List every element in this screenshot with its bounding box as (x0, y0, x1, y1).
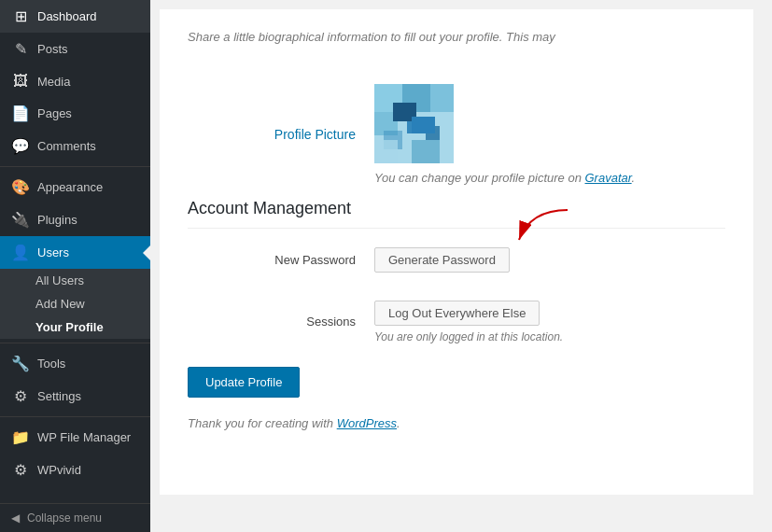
media-icon: 🖼 (11, 73, 30, 90)
plugins-icon: 🔌 (11, 211, 30, 229)
wpvivid-icon: ⚙ (11, 461, 30, 479)
sidebar-item-label: Dashboard (37, 9, 97, 23)
sessions-row: Sessions Log Out Everywhere Else You are… (188, 287, 725, 357)
sidebar-item-comments[interactable]: 💬 Comments (0, 130, 150, 162)
wordpress-link[interactable]: WordPress (337, 416, 397, 430)
users-submenu: All Users Add New Your Profile (0, 269, 150, 339)
sidebar-item-pages[interactable]: 📄 Pages (0, 97, 150, 130)
pages-icon: 📄 (11, 105, 30, 122)
gravatar-link[interactable]: Gravatar (585, 171, 632, 185)
sidebar-item-add-new[interactable]: Add New (0, 292, 150, 315)
sessions-label: Sessions (188, 287, 374, 357)
new-password-row: New Password Generate Password (188, 233, 725, 287)
avatar-container: You can change your profile picture on G… (374, 84, 725, 185)
users-icon: 👤 (11, 244, 30, 261)
generate-password-button[interactable]: Generate Password (374, 247, 510, 273)
new-password-cell: Generate Password (374, 233, 725, 287)
profile-picture-label: Profile Picture (188, 70, 374, 199)
sidebar-item-label: Tools (37, 357, 65, 371)
update-profile-button[interactable]: Update Profile (188, 367, 300, 398)
posts-icon: ✎ (11, 40, 30, 58)
main-content: Share a little biographical information … (150, 0, 772, 532)
new-password-label: New Password (188, 233, 374, 287)
svg-rect-8 (426, 126, 440, 140)
account-management-table: New Password Generate Password (188, 233, 725, 357)
sidebar-item-appearance[interactable]: 🎨 Appearance (0, 171, 150, 203)
sidebar-item-your-profile[interactable]: Your Profile (0, 315, 150, 339)
sidebar-item-label: Comments (37, 139, 96, 153)
sidebar-item-label: WP File Manager (37, 430, 131, 444)
gravatar-text: You can change your profile picture on G… (374, 171, 725, 185)
sidebar-item-label: Users (37, 245, 69, 259)
svg-rect-5 (393, 103, 412, 121)
sidebar-item-settings[interactable]: ⚙ Settings (0, 380, 150, 413)
svg-rect-3 (430, 84, 454, 112)
sidebar-item-dashboard[interactable]: ⊞ Dashboard (0, 0, 150, 33)
collapse-label: Collapse menu (27, 511, 102, 525)
collapse-menu[interactable]: ◀ Collapse menu (0, 503, 150, 532)
sidebar-divider-3 (0, 416, 150, 417)
sidebar-item-label: Plugins (37, 213, 77, 227)
arrow-container: Generate Password (374, 247, 510, 273)
sidebar-item-all-users[interactable]: All Users (0, 269, 150, 292)
sidebar-item-label: Appearance (37, 180, 103, 194)
sidebar-divider-1 (0, 166, 150, 167)
appearance-icon: 🎨 (11, 178, 30, 196)
active-indicator (143, 245, 150, 260)
sidebar-item-label: Media (37, 75, 70, 89)
svg-rect-1 (374, 84, 402, 112)
tools-icon: 🔧 (11, 355, 30, 372)
bio-text: Share a little biographical information … (188, 28, 725, 47)
content-area: Share a little biographical information … (160, 9, 753, 495)
sidebar-item-users[interactable]: 👤 Users (0, 236, 150, 269)
svg-rect-10 (374, 140, 398, 163)
avatar-svg (374, 84, 454, 163)
profile-picture-row: Profile Picture (188, 70, 725, 199)
svg-rect-2 (402, 84, 430, 112)
logout-everywhere-button[interactable]: Log Out Everywhere Else (374, 301, 540, 326)
sidebar-item-tools[interactable]: 🔧 Tools (0, 347, 150, 380)
sidebar-item-wpvivid[interactable]: ⚙ WPvivid (0, 454, 150, 486)
profile-picture-cell: You can change your profile picture on G… (374, 70, 725, 199)
sidebar-item-label: WPvivid (37, 463, 81, 477)
sidebar-divider-2 (0, 343, 150, 343)
sidebar-item-posts[interactable]: ✎ Posts (0, 33, 150, 65)
sessions-cell: Log Out Everywhere Else You are only log… (374, 287, 725, 357)
profile-form-table: Profile Picture (188, 70, 725, 199)
sidebar-item-plugins[interactable]: 🔌 Plugins (0, 203, 150, 236)
sidebar-item-label: Posts (37, 42, 68, 56)
sidebar-item-label: Settings (37, 389, 81, 403)
avatar-image (374, 84, 454, 163)
collapse-icon: ◀ (11, 511, 20, 525)
sidebar-item-media[interactable]: 🖼 Media (0, 65, 150, 97)
dashboard-icon: ⊞ (11, 7, 30, 25)
svg-rect-9 (412, 140, 440, 163)
settings-icon: ⚙ (11, 387, 30, 405)
sidebar-item-label: Pages (37, 106, 72, 120)
comments-icon: 💬 (11, 137, 30, 155)
sidebar-item-wp-file-manager[interactable]: 📁 WP File Manager (0, 421, 150, 454)
sessions-description: You are only logged in at this location. (374, 330, 725, 343)
svg-rect-6 (407, 117, 430, 133)
footer-text: Thank you for creating with WordPress. (188, 416, 725, 430)
account-management-heading: Account Management (188, 199, 725, 229)
wp-file-manager-icon: 📁 (11, 428, 30, 446)
sidebar: ⊞ Dashboard ✎ Posts 🖼 Media 📄 Pages 💬 Co… (0, 0, 150, 532)
